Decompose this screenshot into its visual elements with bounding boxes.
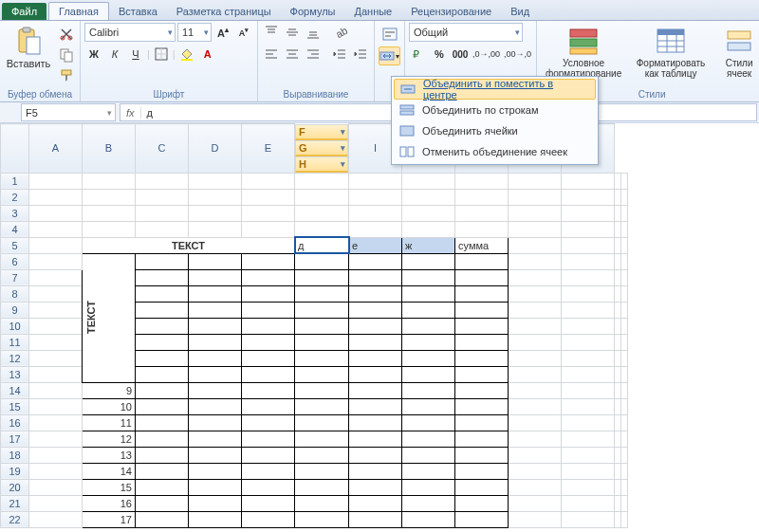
cell-A9[interactable] [29,302,83,318]
cell-K4[interactable] [562,221,615,237]
cell-E6[interactable] [242,253,295,269]
cell-L13[interactable] [615,366,621,382]
cell-C11[interactable] [136,334,189,350]
cell-B6[interactable]: ТЕКСТ [83,253,136,382]
cell-styles-button[interactable]: Стили ячеек [715,23,759,82]
merge-and-center-item[interactable]: Объединить и поместить в центре [394,79,596,100]
row-header-6[interactable]: 6 [1,253,29,269]
cell-H12[interactable] [402,350,455,366]
cell-A8[interactable] [29,285,83,302]
cell-I20[interactable] [455,479,509,495]
cell-E14[interactable] [242,382,295,398]
align-bottom-button[interactable] [304,23,323,42]
cell-M4[interactable] [621,221,628,237]
cell-G3[interactable] [349,205,402,221]
row-header-9[interactable]: 9 [1,302,29,318]
paste-button[interactable]: Вставить [4,23,53,72]
cell-D9[interactable] [189,302,242,318]
cell-F7[interactable] [295,269,349,285]
increase-decimal-button[interactable]: ,0→,00 [472,45,501,64]
cell-M2[interactable] [621,189,628,205]
cell-G17[interactable] [349,431,402,447]
cell-A5[interactable] [29,237,83,253]
cell-G7[interactable] [349,269,402,285]
cell-G15[interactable] [349,398,402,414]
cell-G4[interactable] [349,221,402,237]
cell-D10[interactable] [189,318,242,334]
cell-H3[interactable] [402,205,455,221]
cell-C6[interactable] [136,253,189,269]
cell-F5[interactable]: д [295,237,349,253]
col-header-F[interactable]: F [295,124,348,140]
cell-K22[interactable] [562,511,615,527]
row-header-7[interactable]: 7 [1,269,29,285]
cell-F20[interactable] [295,479,349,495]
cell-M11[interactable] [621,334,628,350]
cell-L6[interactable] [615,253,621,269]
cell-A4[interactable] [29,221,83,237]
cell-B19[interactable]: 14 [83,463,136,479]
cell-C13[interactable] [136,366,189,382]
row-header-16[interactable]: 16 [1,414,29,431]
font-name-select[interactable]: Calibri [84,23,176,42]
row-header-11[interactable]: 11 [1,334,29,350]
cell-M15[interactable] [621,398,628,414]
cell-L10[interactable] [615,318,621,334]
cell-J11[interactable] [509,334,562,350]
fill-color-button[interactable] [177,45,196,64]
cell-L17[interactable] [615,431,621,447]
cell-H19[interactable] [402,463,455,479]
cell-E9[interactable] [242,302,295,318]
col-header-A[interactable]: A [29,124,83,174]
merge-across-item[interactable]: Объединить по строкам [394,100,596,120]
cell-J13[interactable] [509,366,562,382]
cell-J5[interactable] [509,237,562,253]
col-header-B[interactable]: B [83,124,136,174]
cell-L5[interactable] [615,237,621,253]
cell-A3[interactable] [29,205,83,221]
cell-H18[interactable] [402,447,455,463]
cell-J15[interactable] [509,398,562,414]
row-header-10[interactable]: 10 [1,318,29,334]
cell-C3[interactable] [136,205,189,221]
cell-A1[interactable] [29,173,83,189]
cell-F17[interactable] [295,431,349,447]
cell-G6[interactable] [349,253,402,269]
bold-button[interactable]: Ж [84,45,103,64]
cell-E8[interactable] [242,285,295,302]
tab-formulas[interactable]: Формулы [281,3,345,20]
cell-I6[interactable] [455,253,509,269]
cell-J8[interactable] [509,285,562,302]
cell-F14[interactable] [295,382,349,398]
cell-I22[interactable] [455,511,509,527]
cell-M9[interactable] [621,302,628,318]
row-header-20[interactable]: 20 [1,479,29,495]
col-header-H[interactable]: H [295,156,348,173]
col-header-D[interactable]: D [189,124,242,174]
cell-A11[interactable] [29,334,83,350]
row-header-5[interactable]: 5 [1,237,29,253]
cell-I19[interactable] [455,463,509,479]
cell-F12[interactable] [295,350,349,366]
cell-I16[interactable] [455,414,509,431]
cell-C22[interactable] [136,511,189,527]
tab-review[interactable]: Рецензирование [401,3,501,20]
cell-D13[interactable] [189,366,242,382]
cell-F21[interactable] [295,495,349,511]
cell-F13[interactable] [295,366,349,382]
cell-J4[interactable] [509,221,562,237]
cell-M8[interactable] [621,285,628,302]
formula-input[interactable]: д [141,107,158,119]
cell-G22[interactable] [349,511,402,527]
cell-M14[interactable] [621,382,628,398]
cell-E1[interactable] [242,173,295,189]
cell-B3[interactable] [83,205,136,221]
conditional-format-button[interactable]: Условное форматирование [541,23,626,82]
cell-E4[interactable] [242,221,295,237]
cell-E2[interactable] [242,189,295,205]
cell-B15[interactable]: 10 [83,398,136,414]
cell-B5[interactable]: ТЕКСТ [83,237,295,253]
cell-L1[interactable] [615,173,621,189]
row-header-22[interactable]: 22 [1,511,29,527]
cell-D16[interactable] [189,414,242,431]
